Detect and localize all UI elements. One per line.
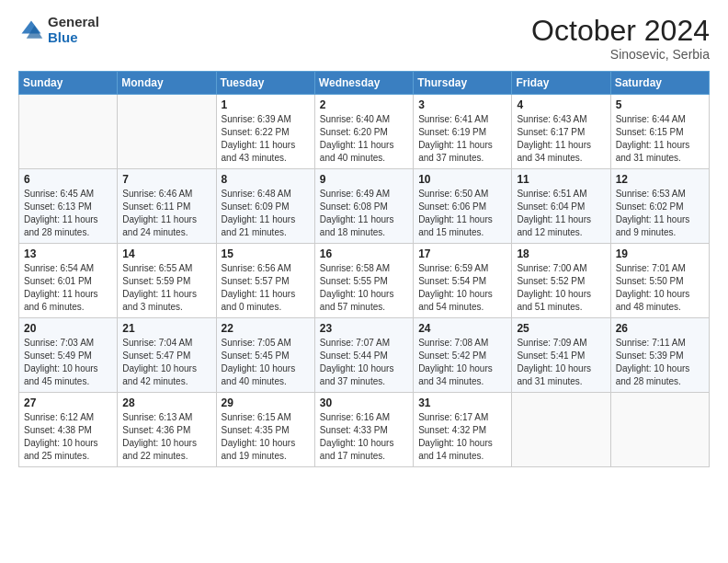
day-number: 12 xyxy=(616,173,704,186)
day-cell: 7Sunrise: 6:46 AMSunset: 6:11 PMDaylight… xyxy=(118,169,216,244)
header: General Blue October 2024 Sinosevic, Ser… xyxy=(18,15,710,62)
day-info: Sunrise: 7:09 AMSunset: 5:41 PMDaylight:… xyxy=(517,337,605,388)
day-cell: 24Sunrise: 7:08 AMSunset: 5:42 PMDayligh… xyxy=(414,318,512,393)
day-cell: 1Sunrise: 6:39 AMSunset: 6:22 PMDaylight… xyxy=(216,95,314,169)
week-row: 20Sunrise: 7:03 AMSunset: 5:49 PMDayligh… xyxy=(19,318,710,393)
day-number: 16 xyxy=(320,247,408,260)
day-cell xyxy=(19,95,118,169)
day-info: Sunrise: 6:16 AMSunset: 4:33 PMDaylight:… xyxy=(320,411,408,463)
day-info: Sunrise: 6:46 AMSunset: 6:11 PMDaylight:… xyxy=(122,188,210,239)
day-cell: 21Sunrise: 7:04 AMSunset: 5:47 PMDayligh… xyxy=(118,318,216,393)
day-number: 19 xyxy=(616,247,704,260)
day-info: Sunrise: 7:04 AMSunset: 5:47 PMDaylight:… xyxy=(122,337,210,388)
day-info: Sunrise: 6:15 AMSunset: 4:35 PMDaylight:… xyxy=(222,411,310,463)
day-cell: 11Sunrise: 6:51 AMSunset: 6:04 PMDayligh… xyxy=(512,169,610,244)
week-row: 13Sunrise: 6:54 AMSunset: 6:01 PMDayligh… xyxy=(19,244,710,318)
day-number: 9 xyxy=(320,173,408,186)
day-cell: 16Sunrise: 6:58 AMSunset: 5:55 PMDayligh… xyxy=(314,244,413,318)
day-cell: 12Sunrise: 6:53 AMSunset: 6:02 PMDayligh… xyxy=(610,169,709,244)
day-cell: 23Sunrise: 7:07 AMSunset: 5:44 PMDayligh… xyxy=(314,318,413,393)
day-number: 6 xyxy=(24,173,112,186)
day-info: Sunrise: 7:05 AMSunset: 5:45 PMDaylight:… xyxy=(222,337,310,388)
day-info: Sunrise: 7:01 AMSunset: 5:50 PMDaylight:… xyxy=(616,262,704,314)
day-cell: 28Sunrise: 6:13 AMSunset: 4:36 PMDayligh… xyxy=(118,393,216,467)
day-number: 7 xyxy=(122,173,210,186)
day-header: Tuesday xyxy=(216,72,314,95)
day-number: 3 xyxy=(418,98,506,111)
day-number: 24 xyxy=(418,322,506,335)
day-cell: 17Sunrise: 6:59 AMSunset: 5:54 PMDayligh… xyxy=(414,244,512,318)
header-row: SundayMondayTuesdayWednesdayThursdayFrid… xyxy=(19,72,710,95)
month-title: October 2024 xyxy=(531,15,710,47)
day-info: Sunrise: 7:11 AMSunset: 5:39 PMDaylight:… xyxy=(616,337,704,388)
day-info: Sunrise: 6:55 AMSunset: 5:59 PMDaylight:… xyxy=(122,262,210,314)
day-info: Sunrise: 7:00 AMSunset: 5:52 PMDaylight:… xyxy=(517,262,605,314)
day-info: Sunrise: 6:59 AMSunset: 5:54 PMDaylight:… xyxy=(418,262,506,314)
day-info: Sunrise: 7:03 AMSunset: 5:49 PMDaylight:… xyxy=(24,337,112,388)
day-info: Sunrise: 6:13 AMSunset: 4:36 PMDaylight:… xyxy=(122,411,210,463)
day-info: Sunrise: 6:17 AMSunset: 4:32 PMDaylight:… xyxy=(418,411,506,463)
calendar-table: SundayMondayTuesdayWednesdayThursdayFrid… xyxy=(18,71,710,467)
day-number: 15 xyxy=(222,247,310,260)
day-cell xyxy=(512,393,610,467)
day-number: 21 xyxy=(122,322,210,335)
day-cell: 2Sunrise: 6:40 AMSunset: 6:20 PMDaylight… xyxy=(314,95,413,169)
day-number: 11 xyxy=(517,173,605,186)
day-number: 28 xyxy=(122,396,210,409)
day-cell: 3Sunrise: 6:41 AMSunset: 6:19 PMDaylight… xyxy=(414,95,512,169)
day-info: Sunrise: 6:40 AMSunset: 6:20 PMDaylight:… xyxy=(320,113,408,165)
day-number: 31 xyxy=(418,396,506,409)
day-cell: 27Sunrise: 6:12 AMSunset: 4:38 PMDayligh… xyxy=(19,393,118,467)
day-cell xyxy=(610,393,709,467)
week-row: 6Sunrise: 6:45 AMSunset: 6:13 PMDaylight… xyxy=(19,169,710,244)
day-number: 20 xyxy=(24,322,112,335)
day-info: Sunrise: 7:08 AMSunset: 5:42 PMDaylight:… xyxy=(418,337,506,388)
logo: General Blue xyxy=(18,15,99,45)
day-cell: 4Sunrise: 6:43 AMSunset: 6:17 PMDaylight… xyxy=(512,95,610,169)
day-cell: 22Sunrise: 7:05 AMSunset: 5:45 PMDayligh… xyxy=(216,318,314,393)
day-info: Sunrise: 6:54 AMSunset: 6:01 PMDaylight:… xyxy=(24,262,112,314)
day-number: 25 xyxy=(517,322,605,335)
day-info: Sunrise: 7:07 AMSunset: 5:44 PMDaylight:… xyxy=(320,337,408,388)
day-header: Wednesday xyxy=(314,72,413,95)
day-cell xyxy=(118,95,216,169)
day-number: 2 xyxy=(320,98,408,111)
day-number: 5 xyxy=(616,98,704,111)
day-number: 29 xyxy=(222,396,310,409)
day-info: Sunrise: 6:43 AMSunset: 6:17 PMDaylight:… xyxy=(517,113,605,165)
day-number: 13 xyxy=(24,247,112,260)
day-number: 17 xyxy=(418,247,506,260)
day-info: Sunrise: 6:41 AMSunset: 6:19 PMDaylight:… xyxy=(418,113,506,165)
day-number: 18 xyxy=(517,247,605,260)
day-info: Sunrise: 6:51 AMSunset: 6:04 PMDaylight:… xyxy=(517,188,605,239)
day-cell: 26Sunrise: 7:11 AMSunset: 5:39 PMDayligh… xyxy=(610,318,709,393)
day-cell: 15Sunrise: 6:56 AMSunset: 5:57 PMDayligh… xyxy=(216,244,314,318)
day-header: Thursday xyxy=(414,72,512,95)
day-number: 8 xyxy=(222,173,310,186)
day-info: Sunrise: 6:53 AMSunset: 6:02 PMDaylight:… xyxy=(616,188,704,239)
week-row: 27Sunrise: 6:12 AMSunset: 4:38 PMDayligh… xyxy=(19,393,710,467)
day-cell: 13Sunrise: 6:54 AMSunset: 6:01 PMDayligh… xyxy=(19,244,118,318)
day-info: Sunrise: 6:12 AMSunset: 4:38 PMDaylight:… xyxy=(24,411,112,463)
day-header: Saturday xyxy=(610,72,709,95)
day-cell: 30Sunrise: 6:16 AMSunset: 4:33 PMDayligh… xyxy=(314,393,413,467)
day-header: Monday xyxy=(118,72,216,95)
logo-general: General xyxy=(48,15,99,30)
day-info: Sunrise: 6:39 AMSunset: 6:22 PMDaylight:… xyxy=(222,113,310,165)
logo-icon xyxy=(18,17,44,43)
calendar-page: General Blue October 2024 Sinosevic, Ser… xyxy=(0,0,728,563)
day-number: 1 xyxy=(222,98,310,111)
title-block: October 2024 Sinosevic, Serbia xyxy=(531,15,710,62)
day-cell: 18Sunrise: 7:00 AMSunset: 5:52 PMDayligh… xyxy=(512,244,610,318)
day-info: Sunrise: 6:45 AMSunset: 6:13 PMDaylight:… xyxy=(24,188,112,239)
day-cell: 8Sunrise: 6:48 AMSunset: 6:09 PMDaylight… xyxy=(216,169,314,244)
day-cell: 9Sunrise: 6:49 AMSunset: 6:08 PMDaylight… xyxy=(314,169,413,244)
day-info: Sunrise: 6:56 AMSunset: 5:57 PMDaylight:… xyxy=(222,262,310,314)
day-cell: 31Sunrise: 6:17 AMSunset: 4:32 PMDayligh… xyxy=(414,393,512,467)
day-number: 22 xyxy=(222,322,310,335)
day-info: Sunrise: 6:58 AMSunset: 5:55 PMDaylight:… xyxy=(320,262,408,314)
day-number: 4 xyxy=(517,98,605,111)
day-info: Sunrise: 6:48 AMSunset: 6:09 PMDaylight:… xyxy=(222,188,310,239)
day-number: 27 xyxy=(24,396,112,409)
day-cell: 19Sunrise: 7:01 AMSunset: 5:50 PMDayligh… xyxy=(610,244,709,318)
